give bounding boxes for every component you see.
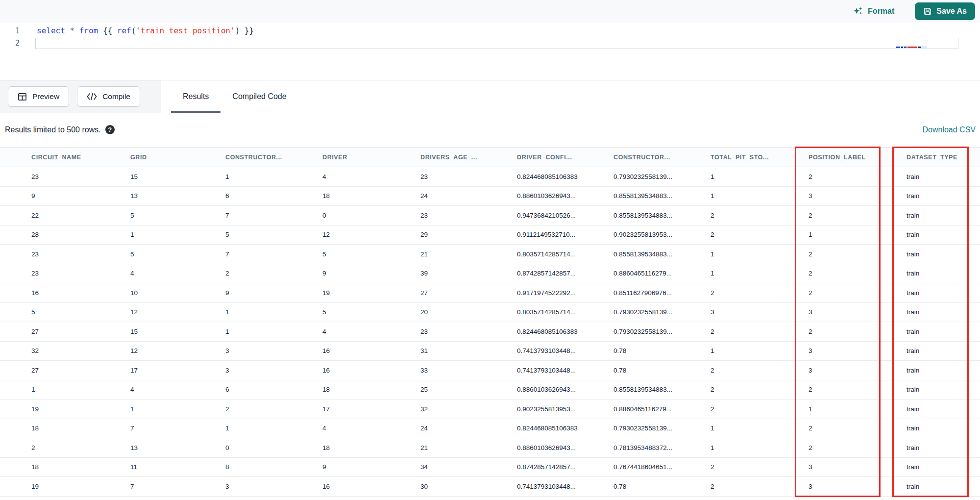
table-cell: 22 <box>0 206 130 225</box>
column-header-drivers-age: DRIVERS_AGE_... <box>420 148 517 167</box>
table-cell: 2 <box>710 361 808 380</box>
table-cell: 12 <box>130 302 225 322</box>
table-cell: 3 <box>710 302 808 322</box>
table-cell: 4 <box>322 322 420 342</box>
column-header-dataset-type: DATASET_TYPE <box>906 148 980 167</box>
table-cell: 6 <box>225 186 322 206</box>
table-cell: 34 <box>420 457 517 477</box>
help-icon[interactable]: ? <box>105 125 115 134</box>
table-cell: train <box>906 186 980 206</box>
table-cell: 1 <box>710 438 808 458</box>
table-row: 913618240.8860103626943...0.855813953488… <box>0 186 980 206</box>
table-cell: 13 <box>130 438 225 458</box>
table-cell: 23 <box>0 264 130 283</box>
table-cell: 2 <box>710 206 808 225</box>
code-token: * <box>70 26 74 35</box>
table-cell: 33 <box>420 361 517 380</box>
table-cell: train <box>906 400 980 419</box>
tab-results[interactable]: Results <box>171 80 220 113</box>
table-cell: 3 <box>808 477 906 497</box>
table-cell: 19 <box>0 400 130 419</box>
table-cell: 18 <box>322 186 420 206</box>
table-cell: 27 <box>420 283 517 303</box>
minimap-code-line <box>896 46 927 49</box>
table-cell: 6 <box>225 380 322 400</box>
table-cell: 32 <box>420 400 517 419</box>
code-token: ( <box>131 26 136 35</box>
table-cell: 2 <box>808 438 906 458</box>
table-cell: 0.78 <box>613 477 710 497</box>
column-header-constructor: CONSTRUCTOR... <box>225 148 322 167</box>
save-as-button[interactable]: Save As <box>915 2 975 20</box>
tab-compiled-code[interactable]: Compiled Code <box>220 80 298 113</box>
action-button-group: Preview Compile <box>0 80 161 113</box>
table-cell: 2 <box>808 283 906 303</box>
table-cell: 1 <box>130 400 225 419</box>
table-cell: train <box>906 457 980 477</box>
table-cell: 12 <box>322 225 420 245</box>
table-cell: 11 <box>130 457 225 477</box>
results-table: CIRCUIT_NAMEGRIDCONSTRUCTOR...DRIVERDRIV… <box>0 147 980 497</box>
table-cell: 2 <box>808 167 906 187</box>
editor-minimap[interactable] <box>896 46 927 49</box>
table-cell: 2 <box>225 400 322 419</box>
row-limit-text: Results limited to 500 rows. <box>5 125 101 134</box>
table-cell: 1 <box>225 322 322 342</box>
table-cell: 0.8860465116279... <box>613 264 710 283</box>
preview-button[interactable]: Preview <box>8 86 69 107</box>
table-cell: 0.8558139534883... <box>613 206 710 225</box>
table-cell: 17 <box>130 361 225 380</box>
table-cell: 21 <box>420 245 517 264</box>
table-cell: 5 <box>225 225 322 245</box>
compile-button-label: Compile <box>102 92 130 101</box>
download-csv-link[interactable]: Download CSV <box>923 125 976 134</box>
table-cell: train <box>906 341 980 361</box>
table-cell: 0.7674418604651... <box>613 457 710 477</box>
compile-button[interactable]: Compile <box>77 86 140 107</box>
table-cell: 23 <box>420 206 517 225</box>
table-cell: 7 <box>225 245 322 264</box>
table-cell: 32 <box>0 341 130 361</box>
table-cell: 3 <box>808 341 906 361</box>
sql-editor[interactable]: 1 2 select * from {{ ref('train_test_pos… <box>0 23 980 80</box>
format-button-label: Format <box>868 7 894 16</box>
table-cell: 4 <box>322 167 420 187</box>
table-cell: 18 <box>322 438 420 458</box>
table-cell: 29 <box>420 225 517 245</box>
line-number-2: 2 <box>0 38 20 49</box>
table-cell: 3 <box>225 341 322 361</box>
table-icon <box>18 92 27 101</box>
table-cell: 0.8860465116279... <box>613 400 710 419</box>
table-cell: 18 <box>322 380 420 400</box>
table-cell: train <box>906 283 980 303</box>
table-cell: 9 <box>0 186 130 206</box>
table-cell: 16 <box>322 341 420 361</box>
table-cell: 23 <box>0 245 130 264</box>
editor-active-line[interactable] <box>35 38 958 49</box>
column-header-position-label: POSITION_LABEL <box>808 148 906 167</box>
table-cell: 9 <box>225 283 322 303</box>
table-cell: 3 <box>808 361 906 380</box>
tab-results-label: Results <box>183 92 209 101</box>
table-cell: 18 <box>0 419 130 438</box>
table-cell: train <box>906 302 980 322</box>
table-cell: 0.9023255813953... <box>517 400 613 419</box>
code-token <box>74 26 79 35</box>
table-row: 231514230.8244680851063830.7930232558139… <box>0 167 980 187</box>
table-row: 23429390.8742857142857...0.8860465116279… <box>0 264 980 283</box>
table-cell: 7 <box>130 419 225 438</box>
table-cell: 0.824468085106383 <box>517 419 613 438</box>
format-button[interactable]: Format <box>850 5 897 17</box>
table-cell: 2 <box>808 419 906 438</box>
table-cell: 1 <box>710 419 808 438</box>
table-cell: 19 <box>322 283 420 303</box>
table-cell: 2 <box>710 400 808 419</box>
row-limit-note: Results limited to 500 rows. ? <box>5 125 115 134</box>
table-cell: 3 <box>808 186 906 206</box>
table-cell: 2 <box>710 477 808 497</box>
table-cell: 19 <box>0 477 130 497</box>
table-cell: 23 <box>420 167 517 187</box>
table-cell: 1 <box>808 400 906 419</box>
table-row: 2717316330.7413793103448...0.7823train <box>0 361 980 380</box>
table-cell: 3 <box>808 302 906 322</box>
